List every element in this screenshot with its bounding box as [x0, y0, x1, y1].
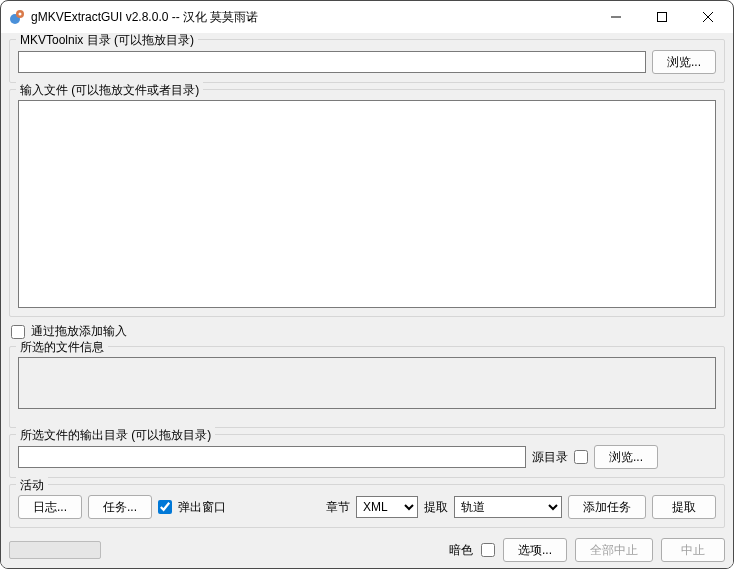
- extract-mode-label: 提取: [424, 499, 448, 516]
- file-info-label: 所选的文件信息: [16, 339, 108, 356]
- app-window: gMKVExtractGUI v2.8.0.0 -- 汉化 莫莫雨诺 MKVTo…: [0, 0, 734, 569]
- chapter-format-select[interactable]: XML: [356, 496, 418, 518]
- drag-add-checkbox[interactable]: [11, 325, 25, 339]
- mkvtoolnix-browse-button[interactable]: 浏览...: [652, 50, 716, 74]
- window-title: gMKVExtractGUI v2.8.0.0 -- 汉化 莫莫雨诺: [31, 9, 593, 26]
- chapter-label: 章节: [326, 499, 350, 516]
- activity-label: 活动: [16, 477, 48, 494]
- output-dir-input[interactable]: [18, 446, 526, 468]
- svg-point-2: [19, 13, 22, 16]
- app-icon: [9, 9, 25, 25]
- svg-rect-4: [658, 13, 667, 22]
- dark-mode-checkbox[interactable]: [481, 543, 495, 557]
- progress-bar: [9, 541, 101, 559]
- extract-mode-select[interactable]: 轨道: [454, 496, 562, 518]
- close-button[interactable]: [685, 2, 731, 32]
- abort-button[interactable]: 中止: [661, 538, 725, 562]
- output-dir-group: 所选文件的输出目录 (可以拖放目录) 源目录 浏览...: [9, 434, 725, 478]
- popup-label[interactable]: 弹出窗口: [178, 499, 226, 516]
- extract-button[interactable]: 提取: [652, 495, 716, 519]
- options-button[interactable]: 选项...: [503, 538, 567, 562]
- titlebar[interactable]: gMKVExtractGUI v2.8.0.0 -- 汉化 莫莫雨诺: [1, 1, 733, 33]
- minimize-button[interactable]: [593, 2, 639, 32]
- file-info-box: [18, 357, 716, 409]
- bottom-bar: 暗色 选项... 全部中止 中止: [1, 534, 733, 568]
- window-controls: [593, 2, 731, 32]
- file-info-group: 所选的文件信息: [9, 346, 725, 428]
- source-dir-label: 源目录: [532, 449, 568, 466]
- activity-group: 活动 日志... 任务... 弹出窗口 章节 XML 提取 轨道 添加任务 提取: [9, 484, 725, 528]
- mkvtoolnix-dir-group: MKVToolnix 目录 (可以拖放目录) 浏览...: [9, 39, 725, 83]
- input-files-listbox[interactable]: [18, 100, 716, 308]
- drag-drop-row: 通过拖放添加输入: [9, 323, 725, 340]
- drag-add-label[interactable]: 通过拖放添加输入: [31, 323, 127, 340]
- input-files-group: 输入文件 (可以拖放文件或者目录): [9, 89, 725, 317]
- client-area: MKVToolnix 目录 (可以拖放目录) 浏览... 输入文件 (可以拖放文…: [1, 33, 733, 534]
- dark-mode-label: 暗色: [449, 542, 473, 559]
- abort-all-button[interactable]: 全部中止: [575, 538, 653, 562]
- input-files-label: 输入文件 (可以拖放文件或者目录): [16, 82, 203, 99]
- maximize-button[interactable]: [639, 2, 685, 32]
- popup-checkbox[interactable]: [158, 500, 172, 514]
- tasks-button[interactable]: 任务...: [88, 495, 152, 519]
- output-dir-label: 所选文件的输出目录 (可以拖放目录): [16, 427, 215, 444]
- source-dir-checkbox[interactable]: [574, 450, 588, 464]
- mkvtoolnix-dir-label: MKVToolnix 目录 (可以拖放目录): [16, 33, 198, 49]
- mkvtoolnix-dir-input[interactable]: [18, 51, 646, 73]
- add-task-button[interactable]: 添加任务: [568, 495, 646, 519]
- log-button[interactable]: 日志...: [18, 495, 82, 519]
- output-browse-button[interactable]: 浏览...: [594, 445, 658, 469]
